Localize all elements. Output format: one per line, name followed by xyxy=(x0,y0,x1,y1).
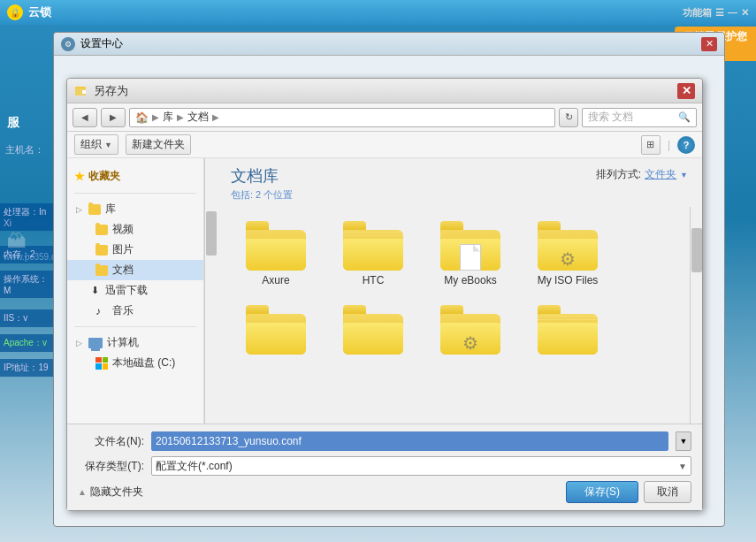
sidebar-item-drive-c[interactable]: 本地磁盘 (C:) xyxy=(67,353,203,373)
search-icon[interactable]: 🔍 xyxy=(678,111,691,123)
library-label: 库 xyxy=(105,202,116,217)
dropdown-arrow-icon: ▼ xyxy=(680,437,688,446)
file-item-htc[interactable]: HTC xyxy=(325,214,422,295)
library-title: 文档库 xyxy=(231,167,293,187)
saveas-sidebar: ★ 收藏夹 ▷ 库 视频 图片 xyxy=(67,158,204,424)
bg-iis: IIS：v xyxy=(0,309,57,327)
file-item-row2-1[interactable] xyxy=(227,298,325,365)
path-sep-3: ▶ xyxy=(212,112,219,122)
path-part-library[interactable]: 库 xyxy=(163,110,173,125)
nav-refresh-button[interactable]: ↻ xyxy=(559,108,578,127)
hidden-folder-toggle[interactable]: ▲ 隐藏文件夹 xyxy=(78,485,143,500)
sort-chevron-icon: ▼ xyxy=(680,171,688,179)
filetype-label: 保存类型(T): xyxy=(78,459,144,474)
thunder-icon: ⬇ xyxy=(88,285,101,297)
settings-dialog-title: 设置中心 xyxy=(80,36,123,51)
htc-folder-icon xyxy=(343,221,403,271)
file-item-ebooks[interactable]: My eBooks xyxy=(422,214,519,295)
second-row: ⚙ xyxy=(227,294,679,365)
documents-label: 文档 xyxy=(112,263,134,278)
saveas-bottom: 文件名(N): ▼ 保存类型(T): 配置文件(*.conf) ▼ ▲ 隐藏文件… xyxy=(67,424,702,510)
filename-dropdown-arrow[interactable]: ▼ xyxy=(676,431,691,451)
saveas-dialog-icon xyxy=(74,84,88,98)
library-title-group: 文档库 包括: 2 个位置 xyxy=(231,167,293,202)
file-item-row2-3[interactable]: ⚙ xyxy=(422,298,519,365)
titlebar-controls: 功能箱 ☰ — ✕ xyxy=(683,6,749,19)
filename-label: 文件名(N): xyxy=(78,434,144,449)
favorites-label: 收藏夹 xyxy=(88,169,120,184)
sidebar-item-documents[interactable]: 文档 xyxy=(67,260,203,280)
nav-search-bar[interactable]: 搜索 文档 🔍 xyxy=(582,108,697,127)
favorites-section[interactable]: ★ 收藏夹 xyxy=(67,165,203,187)
bg-watermark: www.pc359.cn xyxy=(4,252,60,262)
settings-dialog-icon: ⚙ xyxy=(61,37,75,51)
file-area-wrapper: Axure HTC xyxy=(217,207,702,424)
sidebar-scrollbar[interactable] xyxy=(204,158,217,424)
save-button[interactable]: 保存(S) xyxy=(566,481,638,503)
sidebar-item-pictures[interactable]: 图片 xyxy=(67,240,203,260)
filetype-dropdown-arrow-icon: ▼ xyxy=(678,462,687,471)
app-title: 云锁 xyxy=(28,4,51,20)
action-buttons: 保存(S) 取消 xyxy=(566,481,691,503)
main-scrollbar[interactable] xyxy=(690,207,702,424)
bg-ip: IP地址：19 xyxy=(0,359,57,377)
sidebar-item-thunder[interactable]: ⬇ 迅雷下载 xyxy=(67,280,203,301)
filetype-value: 配置文件(*.conf) xyxy=(156,459,233,474)
row2-folder3-icon: ⚙ xyxy=(440,305,500,355)
svg-rect-3 xyxy=(82,90,86,94)
sidebar-divider-1 xyxy=(74,193,196,194)
file-item-axure[interactable]: Axure xyxy=(227,214,325,295)
saveas-navbar: ◀ ▶ 🏠 ▶ 库 ▶ 文档 ▶ ↻ 搜索 文档 🔍 xyxy=(67,103,702,132)
filetype-dropdown[interactable]: 配置文件(*.conf) ▼ xyxy=(151,456,691,476)
saveas-main-area: 文档库 包括: 2 个位置 排列方式: 文件夹 ▼ xyxy=(217,158,702,424)
music-label: 音乐 xyxy=(112,303,134,318)
settings-close-button[interactable]: ✕ xyxy=(701,37,717,51)
saveas-titlebar: 另存为 ✕ xyxy=(67,79,702,103)
ebooks-folder-icon xyxy=(440,221,500,271)
library-subtitle: 包括: 2 个位置 xyxy=(231,188,293,202)
sidebar-item-computer[interactable]: ▷ 计算机 xyxy=(67,332,203,353)
iso-folder-icon: ⚙ xyxy=(538,221,598,271)
saveas-close-button[interactable]: ✕ xyxy=(677,83,695,99)
organize-button[interactable]: 组织 ▼ xyxy=(74,134,118,155)
close-icon[interactable]: ✕ xyxy=(741,7,749,19)
library-expander: ▷ xyxy=(76,205,82,214)
saveas-footer: ▲ 隐藏文件夹 保存(S) 取消 xyxy=(78,481,691,503)
library-sort-control[interactable]: 排列方式: 文件夹 ▼ xyxy=(596,167,688,182)
organize-label: 组织 xyxy=(80,137,102,152)
cancel-button[interactable]: 取消 xyxy=(644,481,691,503)
htc-folder-name: HTC xyxy=(363,274,385,288)
favorites-star-icon: ★ xyxy=(74,170,85,183)
minimize-icon[interactable]: — xyxy=(728,7,737,18)
path-part-documents[interactable]: 文档 xyxy=(187,110,209,125)
sidebar-item-music[interactable]: ♪ 音乐 xyxy=(67,301,203,321)
new-folder-button[interactable]: 新建文件夹 xyxy=(126,134,191,155)
menu-icon[interactable]: ☰ xyxy=(715,7,724,19)
new-folder-label: 新建文件夹 xyxy=(132,138,185,150)
thunder-label: 迅雷下载 xyxy=(105,283,148,298)
file-item-row2-4[interactable] xyxy=(519,298,616,365)
filename-input[interactable] xyxy=(151,431,668,451)
nav-forward-button[interactable]: ▶ xyxy=(101,108,126,127)
nav-path-bar[interactable]: 🏠 ▶ 库 ▶ 文档 ▶ xyxy=(129,108,555,127)
sidebar-item-library[interactable]: ▷ 库 xyxy=(67,199,203,219)
app-titlebar: 🔒 云锁 功能箱 ☰ — ✕ xyxy=(0,0,756,25)
file-item-row2-2[interactable] xyxy=(325,298,422,365)
nav-back-button[interactable]: ◀ xyxy=(73,108,97,127)
sort-value[interactable]: 文件夹 xyxy=(645,167,676,182)
path-home-icon: 🏠 xyxy=(135,111,149,124)
library-folder-icon xyxy=(88,204,101,215)
bg-processor: 处理器：In Xi xyxy=(0,203,57,231)
search-placeholder-text: 搜索 文档 xyxy=(588,110,633,125)
svg-rect-2 xyxy=(77,87,80,88)
sidebar-item-video[interactable]: 视频 xyxy=(67,219,203,240)
app-background: 🔒 云锁 功能箱 ☰ — ✕ 云锁已保护您 2年 服 主机名： 处理器：In X… xyxy=(0,0,756,542)
row2-folder1-icon xyxy=(246,305,306,355)
pictures-label: 图片 xyxy=(112,242,134,257)
view-options-button[interactable]: ⊞ xyxy=(641,135,661,155)
main-scrollbar-thumb[interactable] xyxy=(691,228,702,272)
sidebar-scrollbar-thumb[interactable] xyxy=(206,211,217,256)
help-button[interactable]: ? xyxy=(677,136,695,154)
file-item-iso[interactable]: ⚙ My ISO Files xyxy=(519,214,616,295)
saveas-dialog: 另存为 ✕ ◀ ▶ 🏠 ▶ 库 ▶ 文档 ▶ ↻ 搜索 文档 🔍 组织 xyxy=(66,78,703,511)
